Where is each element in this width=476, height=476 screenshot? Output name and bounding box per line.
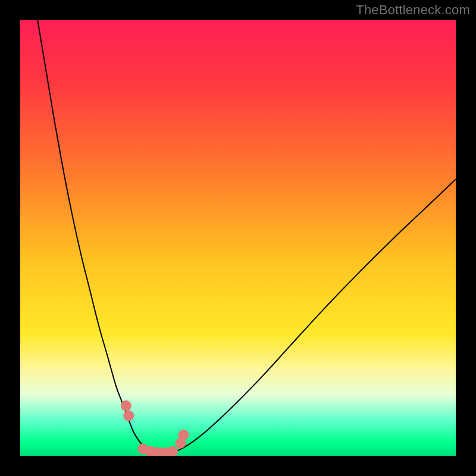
chart-svg	[20, 20, 456, 456]
gradient-bg	[20, 20, 456, 456]
watermark-text: TheBottleneck.com	[356, 2, 470, 18]
marker-dot	[123, 411, 134, 421]
chart-frame: TheBottleneck.com	[0, 0, 476, 476]
plot-area	[20, 20, 456, 456]
marker-dot	[178, 430, 189, 440]
marker-dot	[121, 400, 131, 411]
